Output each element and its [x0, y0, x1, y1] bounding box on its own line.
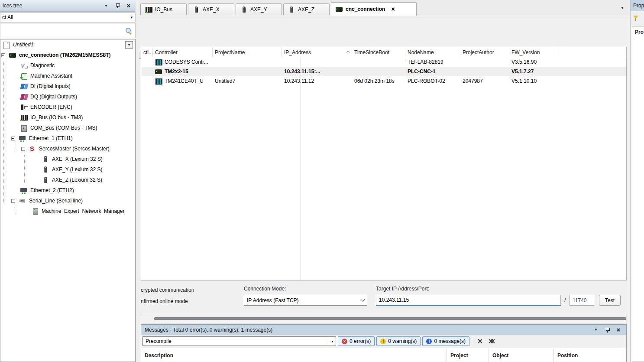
tree-item-label: Machine Assistant — [30, 73, 72, 79]
tree-item-ethernet-1[interactable]: Ethernet_1 (ETH1) — [0, 133, 135, 143]
close-tab-icon[interactable]: × — [391, 6, 395, 12]
warnings-toggle-button[interactable]: ! 0 warning(s) — [376, 336, 421, 346]
tree-item-serial-line[interactable]: Serial_Line (Serial line) — [0, 196, 135, 206]
col-ip-address[interactable]: IP_Address — [282, 47, 352, 57]
sort-ascending-icon — [346, 50, 350, 54]
clear-all-messages-icon[interactable] — [488, 338, 494, 345]
col-project-name[interactable]: ProjectName — [213, 47, 282, 57]
col-label: Object — [492, 352, 508, 359]
tree-item-axe-z[interactable]: AXE_Z (Lexium 32 S) — [0, 175, 135, 185]
col-active[interactable]: cti... — [141, 47, 153, 57]
tree-search-input[interactable] — [1, 24, 123, 37]
cell-project-name — [213, 67, 282, 76]
panel-pin-button[interactable] — [603, 326, 612, 334]
tree-item-dq[interactable]: DQ (Digital Outputs) — [0, 91, 135, 102]
message-category-value: Precompile — [143, 338, 329, 344]
tab-io-bus[interactable]: IO_Bus — [140, 3, 187, 15]
message-category-select[interactable]: Precompile ▼ — [142, 336, 336, 346]
tree-item-axe-x[interactable]: AXE_X (Lexium 32 S) — [0, 154, 135, 164]
clear-message-icon[interactable] — [477, 338, 483, 345]
tree-item-diagnostic[interactable]: Diagnostic — [0, 60, 135, 71]
tree-item-com-bus[interactable]: COM_Bus (COM Bus - TMS) — [0, 123, 135, 133]
filter-icon[interactable] — [633, 15, 639, 21]
col-controller[interactable]: Controller — [153, 47, 213, 57]
col-node-name[interactable]: NodeName — [405, 47, 460, 57]
tree-item-label: ENCODER (ENC) — [30, 104, 72, 110]
controller-icon — [9, 52, 16, 59]
tree-item-encoder[interactable]: ENCODER (ENC) — [0, 102, 135, 112]
scrollbar-thumb[interactable] — [154, 317, 626, 320]
cell-node-name: PLC-CNC-1 — [405, 67, 460, 76]
col-project-author[interactable]: ProjectAuthor — [460, 47, 509, 57]
panel-menu-button[interactable]: ▼ — [592, 326, 600, 334]
table-row-tm241[interactable]: TM241CE40T_U Untitled7 10.243.11.12 06d … — [141, 76, 626, 86]
panel-close-button[interactable]: × — [124, 2, 133, 10]
close-icon: × — [617, 327, 621, 333]
panel-menu-button[interactable]: ▼ — [102, 2, 110, 10]
panel-close-button[interactable]: × — [614, 326, 623, 334]
tree-item-cnc-connection[interactable]: cnc_connection (TM262M15MESS8T) — [0, 50, 135, 60]
axis-drive-icon — [288, 7, 295, 13]
cell-active — [141, 57, 153, 67]
confirmed-online-mode-label[interactable]: nfirmed online mode — [141, 298, 188, 304]
table-row-tm2x2-selected[interactable]: TM2x2-15 10.243.11.15:... PLC-CNC-1 V5.1… — [141, 67, 626, 76]
warning-icon: ! — [380, 339, 386, 344]
col-project[interactable]: Project — [447, 348, 489, 362]
col-label: IP_Address — [284, 49, 311, 55]
io-bus-icon — [20, 114, 28, 121]
tree-root-untitled1[interactable]: Untitled1 ▼ — [0, 39, 135, 50]
tab-label: AXE_Z — [298, 7, 314, 13]
messages-toggle-button[interactable]: i 0 message(s) — [422, 336, 469, 346]
tab-cnc-connection[interactable]: cnc_connection × — [331, 2, 417, 16]
col-description[interactable]: Description — [141, 348, 447, 362]
tree-filter-combobox[interactable]: ct All ▼ — [0, 12, 136, 23]
table-row-codesys[interactable]: CODESYS Contr... TEI-LAB-82819 V3.5.16.9… — [141, 57, 626, 67]
col-fw-version[interactable]: FW_Version — [509, 47, 559, 57]
cell-node-name: PLC-ROBOT-02 — [405, 76, 460, 86]
connection-mode-select[interactable]: IP Address (Fast TCP) — [244, 295, 367, 306]
messages-count-label: 0 message(s) — [434, 338, 466, 344]
test-button[interactable]: Test — [599, 295, 621, 306]
col-object[interactable]: Object — [489, 348, 554, 362]
tree-item-network-manager[interactable]: Machine_Expert_Network_Manager — [0, 206, 135, 216]
tab-axe-z[interactable]: AXE_Z — [283, 3, 330, 15]
properties-title: Prop — [633, 3, 644, 9]
tab-overflow-button[interactable]: ▼ — [621, 6, 624, 10]
tree-item-sercos-master[interactable]: SercosMaster (Sercos Master) — [0, 143, 135, 154]
errors-toggle-button[interactable]: × 0 error(s) — [338, 336, 375, 346]
chevron-down-icon: ▼ — [130, 16, 133, 20]
messages-panel: Messages - Total 0 error(s), 0 warning(s… — [141, 324, 627, 362]
col-label: Description — [145, 352, 173, 359]
cell-project-author — [460, 67, 509, 76]
tree-item-machine-assistant[interactable]: Machine Assistant — [0, 71, 135, 81]
col-time-since-boot[interactable]: TimeSinceBoot — [352, 47, 405, 57]
panel-pin-button[interactable] — [113, 2, 122, 10]
io-bus-icon — [145, 7, 152, 13]
tree-item-io-bus[interactable]: IO_Bus (IO bus - TM3) — [0, 112, 135, 123]
horizontal-scrollbar[interactable] — [141, 314, 627, 323]
tree-item-di[interactable]: DI (Digital Inputs) — [0, 81, 135, 91]
target-ip-input[interactable] — [376, 295, 561, 306]
target-port-input[interactable] — [570, 295, 594, 306]
col-label: FW_Version — [511, 49, 540, 55]
messages-toolbar: Precompile ▼ × 0 error(s) ! 0 warning(s)… — [141, 335, 626, 348]
chevron-down-icon: ▼ — [329, 337, 336, 346]
col-position[interactable]: Position — [554, 348, 622, 362]
codesys-controller-icon — [155, 59, 162, 65]
properties-titlebar: Prop — [631, 0, 644, 11]
tree-item-axe-y[interactable]: AXE_Y (Lexium 32 S) — [0, 164, 135, 175]
cell-text: TM241CE40T_U — [165, 78, 204, 84]
collapse-expander-icon[interactable] — [21, 147, 25, 151]
col-label: Position — [557, 352, 578, 359]
tab-axe-x[interactable]: AXE_X — [188, 3, 234, 15]
cell-ip-address — [282, 57, 352, 67]
collapse-expander-icon[interactable] — [1, 53, 5, 57]
diagnostic-icon — [20, 62, 28, 69]
tree-root-dropdown-button[interactable]: ▼ — [125, 41, 133, 49]
tree-item-ethernet-2[interactable]: Ethernet_2 (ETH2) — [0, 185, 135, 196]
axis-drive-icon — [42, 177, 49, 183]
encrypted-communication-label[interactable]: crypted communication — [141, 287, 194, 293]
tab-axe-y[interactable]: AXE_Y — [236, 3, 282, 15]
collapse-expander-icon[interactable] — [11, 137, 15, 140]
collapse-expander-icon[interactable] — [11, 199, 15, 203]
